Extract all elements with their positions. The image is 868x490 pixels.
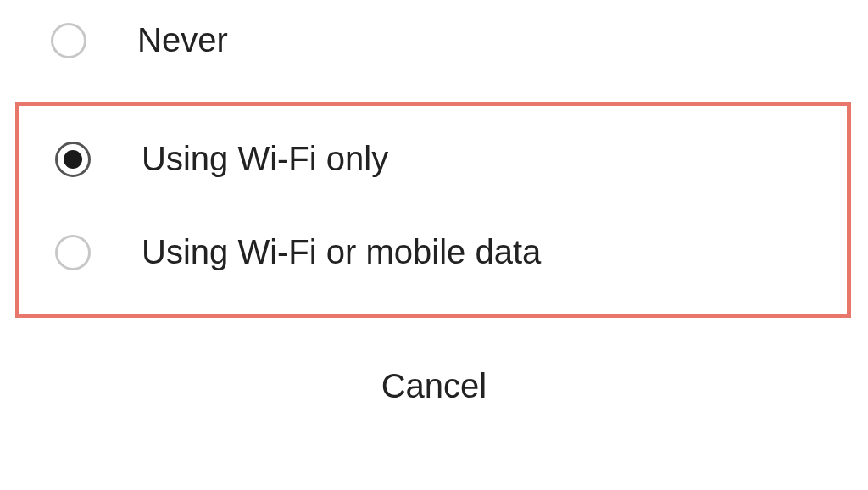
radio-label: Never xyxy=(137,21,228,59)
radio-option-wifi-or-mobile[interactable]: Using Wi-Fi or mobile data xyxy=(19,212,847,314)
cancel-button[interactable]: Cancel xyxy=(381,367,487,405)
cancel-row: Cancel xyxy=(0,335,868,405)
radio-label: Using Wi-Fi only xyxy=(142,140,388,178)
radio-option-wifi-only[interactable]: Using Wi-Fi only xyxy=(19,106,847,212)
radio-icon xyxy=(51,23,86,58)
radio-icon xyxy=(55,235,91,270)
highlighted-options-box: Using Wi-Fi only Using Wi-Fi or mobile d… xyxy=(15,102,851,318)
radio-icon-selected xyxy=(55,142,91,177)
radio-label: Using Wi-Fi or mobile data xyxy=(142,233,541,271)
radio-option-never[interactable]: Never xyxy=(0,0,868,85)
